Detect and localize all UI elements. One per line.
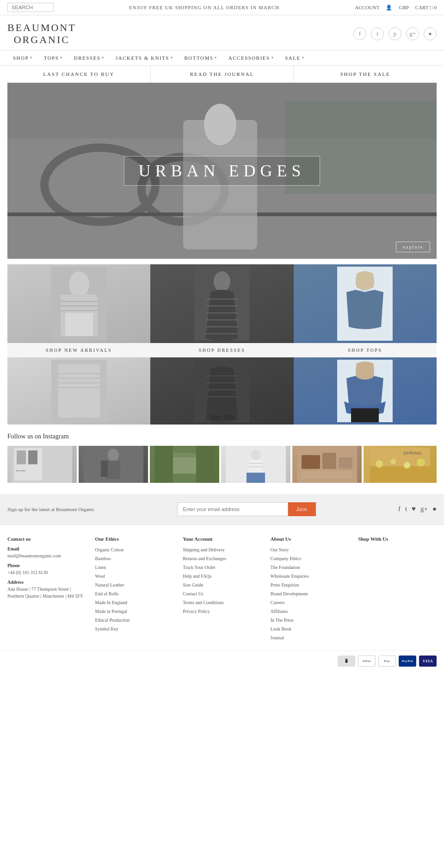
ethics-natural-leather[interactable]: Natural Leather [95, 581, 174, 588]
svg-rect-64 [302, 471, 352, 478]
ethics-ethical-production[interactable]: Ethical Production [95, 617, 174, 624]
cart-link[interactable]: CART □ 0 [415, 5, 437, 10]
dresses-bottom-image [150, 357, 293, 425]
nav-jackets[interactable]: JACKETS & KNITS ▾ [110, 50, 179, 65]
phone-payment-icon: 📱 [338, 656, 355, 667]
svg-point-22 [214, 271, 230, 292]
tops-label: SHOP TOPS [294, 343, 437, 357]
svg-point-9 [69, 271, 89, 297]
phone-value: +44 (0) 161 312 6130 [7, 569, 86, 576]
svg-point-35 [223, 415, 234, 420]
instagram-item-3[interactable] [150, 446, 219, 483]
svg-text:style notes: style notes [16, 469, 25, 472]
newsletter-join-button[interactable]: Join [288, 502, 316, 516]
about-affiliates[interactable]: Affiliates [271, 608, 349, 615]
shop-col-arrivals[interactable]: SHOP NEW ARRIVALS [7, 264, 150, 425]
ethics-wool[interactable]: Wool [95, 573, 174, 580]
about-wholesale[interactable]: Wholesale Enquiries [271, 573, 349, 580]
footer-gplus-icon[interactable]: g+ [420, 505, 428, 513]
instagram-item-2[interactable] [79, 446, 148, 483]
nav-accessories[interactable]: ACCESSORIES ▾ [223, 50, 279, 65]
nav-dresses[interactable]: DRESSES ▾ [68, 50, 110, 65]
hero-explore-button[interactable]: explore [396, 242, 430, 252]
nav-tops[interactable]: TOPS ▾ [38, 50, 68, 65]
svg-rect-11 [65, 313, 93, 336]
twitter-icon[interactable]: t [371, 27, 384, 40]
hero-section[interactable]: URBAN EDGES explore [7, 83, 437, 259]
promo-last-chance[interactable]: LAST CHANCE TO BUY [7, 66, 151, 82]
instagram-icon[interactable]: ● [424, 27, 437, 40]
ethics-made-portugal[interactable]: Made in Portugal [95, 608, 174, 615]
account-contact-us[interactable]: Contact Us [183, 590, 261, 597]
svg-point-55 [251, 450, 260, 461]
about-company-ethics[interactable]: Company Ethics [271, 555, 349, 562]
about-in-the-press[interactable]: In The Press [271, 617, 349, 624]
svg-rect-43 [28, 450, 37, 464]
account-returns[interactable]: Returns and Exchanges [183, 555, 261, 562]
promo-journal[interactable]: READ THE JOURNAL [151, 66, 294, 82]
search-input[interactable] [7, 3, 54, 12]
about-our-story[interactable]: Our Story [271, 546, 349, 553]
shop-grid: SHOP NEW ARRIVALS [7, 264, 437, 425]
account-track-order[interactable]: Track Your Order [183, 564, 261, 571]
newsletter-email-input[interactable] [177, 502, 288, 516]
ethics-organic-cotton[interactable]: Organic Cotton [95, 546, 174, 553]
dresses-chevron: ▾ [102, 56, 105, 60]
account-help-faqs[interactable]: Help and FAQs [183, 573, 261, 580]
nav-bottoms[interactable]: BOTTOMS ▾ [179, 50, 222, 65]
footer-facebook-icon[interactable]: f [398, 505, 401, 513]
account-privacy[interactable]: Privacy Policy [183, 608, 261, 615]
search-area[interactable] [7, 3, 54, 12]
ethics-linen[interactable]: Linen [95, 564, 174, 571]
about-foundation[interactable]: The Foundation [271, 564, 349, 571]
account-size-guide[interactable]: Size Guide [183, 581, 261, 588]
arrivals-bottom-image [7, 357, 150, 425]
ethics-made-england[interactable]: Made In England [95, 599, 174, 606]
instagram-item-5[interactable] [292, 446, 362, 483]
promo-sale[interactable]: SHOP THE SALE [294, 66, 437, 82]
newsletter-form[interactable]: Join [177, 502, 316, 516]
visa-icon: VISA [419, 656, 437, 667]
ethics-symbol-key[interactable]: Symbol Key [95, 625, 174, 632]
account-shipping[interactable]: Shipping and Delivery [183, 546, 261, 553]
footer-instagram-icon[interactable]: ● [432, 505, 437, 513]
instagram-item-6[interactable]: SPRING [364, 446, 437, 483]
svg-rect-42 [17, 450, 26, 464]
shop-col-dresses[interactable]: SHOP DRESSES [150, 264, 293, 425]
facebook-icon[interactable]: f [353, 27, 366, 40]
svg-point-70 [376, 460, 383, 468]
applepay-icon: Pay [378, 656, 396, 667]
about-careers[interactable]: Careers [271, 599, 349, 606]
pinterest-icon[interactable]: p [388, 27, 401, 40]
account-icon: 👤 [386, 5, 392, 11]
email-value[interactable]: mail@beaumontorganic.com [7, 552, 86, 559]
instagram-item-4[interactable] [221, 446, 290, 483]
promo-banner: ENJOY FREE UK SHIPPING ON ALL ORDERS IN … [129, 5, 279, 10]
googleplus-icon[interactable]: g+ [406, 27, 419, 40]
newsletter-socials: f t ♥ g+ ● [398, 505, 437, 513]
nav-sale[interactable]: SALE ▾ [279, 50, 310, 65]
footer-pinterest-icon[interactable]: ♥ [412, 505, 416, 513]
instagram-title: Follow us on Instagram [7, 433, 437, 440]
about-journal[interactable]: Journal [271, 634, 349, 641]
account-link[interactable]: ACCOUNT [355, 5, 379, 10]
about-brand-dev[interactable]: Brand Development [271, 590, 349, 597]
instagram-grid: style notes [7, 446, 437, 483]
footer-ethics-col: Our Ethics Organic Cotton Bamboo Linen W… [95, 536, 174, 643]
jackets-chevron: ▾ [171, 56, 173, 60]
top-bar: ENJOY FREE UK SHIPPING ON ALL ORDERS IN … [0, 0, 444, 15]
hero-title: URBAN EDGES [124, 156, 320, 186]
bottoms-chevron: ▾ [215, 56, 217, 60]
svg-rect-47 [106, 461, 120, 479]
currency-selector[interactable]: GBP [399, 5, 408, 10]
logo[interactable]: BEAUMONT ORGANIC [7, 22, 76, 46]
about-press-enquiries[interactable]: Press Enquiries [271, 581, 349, 588]
ethics-end-of-rolls[interactable]: End of Rolls [95, 590, 174, 597]
account-terms[interactable]: Terms and Conditions [183, 599, 261, 606]
footer-twitter-icon[interactable]: t [405, 505, 407, 513]
about-look-book[interactable]: Look Book [271, 625, 349, 632]
nav-shop[interactable]: SHOP ▾ [7, 50, 38, 65]
instagram-item-1[interactable]: style notes [7, 446, 77, 483]
shop-col-tops[interactable]: SHOP TOPS [294, 264, 437, 425]
ethics-bamboo[interactable]: Bamboo [95, 555, 174, 562]
